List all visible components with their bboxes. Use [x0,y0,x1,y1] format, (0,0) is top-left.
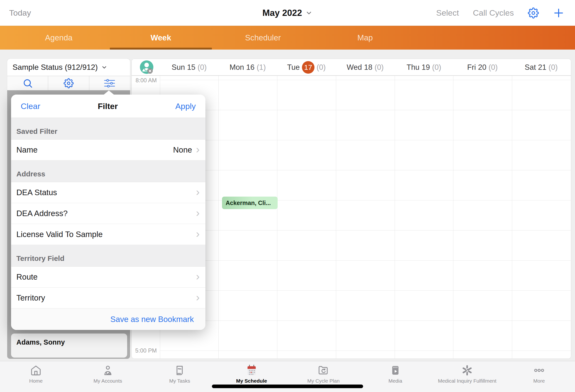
apply-button[interactable]: Apply [175,102,196,111]
day-header-sat[interactable]: Sat 21 (0) [512,59,571,76]
grid-hour-line [160,170,571,170]
cycle-plan-folder-icon [318,364,329,377]
filter-row-license-valid[interactable]: License Valid To Sample › [11,224,205,245]
calendar-event[interactable]: Ackerman, Cli... [222,197,278,209]
tab-agenda[interactable]: Agenda [8,26,110,49]
time-label-start: 8:00 AM [134,77,157,84]
nav-more[interactable]: More [503,361,575,392]
grid-hour-line [160,110,571,110]
grid-day-line [277,76,277,359]
filter-sliders-icon[interactable] [89,76,130,90]
section-header-address: Address [11,161,205,182]
day-header-wed[interactable]: Wed 18 (0) [336,59,394,76]
search-icon[interactable] [7,76,48,90]
filter-popover: Clear Filter Apply Saved Filter Name Non… [11,94,205,330]
grid-day-line [453,76,454,359]
today-date-badge: 17 [302,61,314,74]
day-header-sun[interactable]: Sun 15 (0) [160,59,218,76]
chevron-right-icon: › [196,144,200,155]
save-bookmark-button[interactable]: Save as new Bookmark [11,308,205,330]
nav-media[interactable]: Media [359,361,431,392]
popover-arrow [103,91,114,95]
chevron-right-icon: › [196,207,200,218]
nav-medical-inquiry[interactable]: Medical Inquiry Fulfillment [431,361,503,392]
settings-gear-icon[interactable] [528,7,539,19]
popover-title: Filter [98,102,118,111]
grid-day-line [395,76,395,359]
filter-row-route[interactable]: Route › [11,267,205,288]
select-button[interactable]: Select [436,8,459,18]
row-label: Name [16,145,38,155]
medical-star-of-life-icon [461,364,473,377]
account-list-item[interactable]: Adams, Sonny [11,334,127,358]
filter-row-dea-status[interactable]: DEA Status › [11,182,205,203]
grid-hour-line [160,290,571,291]
day-header-row: Sun 15 (0) Mon 16 (1) Tue 17 (0) Wed 18 … [132,59,571,76]
row-label: Territory [16,293,45,302]
day-header-fri[interactable]: Fri 20 (0) [453,59,512,76]
chevron-right-icon: › [196,186,200,197]
nav-my-tasks[interactable]: My Tasks [144,361,216,392]
accounts-person-icon [102,364,114,377]
nav-home[interactable]: Home [0,361,72,392]
call-cycles-button[interactable]: Call Cycles [473,8,514,18]
filter-popover-header: Clear Filter Apply [11,94,205,118]
grid-hour-line [160,200,571,201]
clear-button[interactable]: Clear [21,102,40,111]
schedule-calendar-icon [246,364,258,377]
filter-row-dea-address[interactable]: DEA Address? › [11,203,205,224]
row-value: None [173,145,192,155]
user-avatar[interactable] [139,60,155,75]
chevron-down-icon [101,64,107,70]
nav-my-accounts[interactable]: My Accounts [72,361,144,392]
grid-hour-line [160,80,571,80]
grid-day-line [218,76,219,359]
sample-status-dropdown[interactable]: Sample Status (912/912) [7,59,130,76]
time-label-end: 5:00 PM [134,347,157,354]
section-header-territory-field: Territory Field [11,245,205,267]
filter-row-name[interactable]: Name None › [11,139,205,161]
grid-hour-line [160,321,571,321]
chevron-down-icon [305,9,312,17]
chevron-right-icon: › [196,228,200,239]
row-label: DEA Address? [16,209,68,218]
home-indicator-bar[interactable] [212,385,363,388]
tab-week[interactable]: Week [110,26,212,49]
month-title: May 2022 [263,8,302,18]
day-header-tue-today[interactable]: Tue 17 (0) [277,59,336,76]
active-tab-underline [110,48,212,49]
grid-hour-line [160,140,571,140]
filter-row-territory[interactable]: Territory › [11,288,205,308]
home-icon [30,364,42,377]
panel-toolbar [7,76,130,90]
row-label: DEA Status [16,188,57,197]
tab-scheduler[interactable]: Scheduler [212,26,314,49]
sample-status-label: Sample Status (912/912) [13,63,98,72]
grid-hour-line [160,351,571,351]
add-plus-icon[interactable] [553,7,564,19]
gear-icon[interactable] [48,76,89,90]
tab-map[interactable]: Map [314,26,416,49]
grid-hour-line [160,230,571,231]
view-tab-bar: Agenda Week Scheduler Map [0,26,575,49]
top-navigation-bar: Today May 2022 Select Call Cycles [0,0,575,26]
media-player-icon [390,364,401,377]
more-ellipsis-icon [533,364,545,377]
grid-hour-line [160,260,571,261]
day-header-thu[interactable]: Thu 19 (0) [395,59,453,76]
chevron-right-icon: › [196,271,200,282]
day-header-mon[interactable]: Mon 16 (1) [218,59,277,76]
row-label: Route [16,272,38,281]
grid-day-line [336,76,336,359]
section-header-saved-filter: Saved Filter [11,118,205,139]
grid-day-line [512,76,512,359]
chevron-right-icon: › [196,292,200,303]
tasks-notepad-icon [174,364,185,377]
row-label: License Valid To Sample [16,230,103,239]
